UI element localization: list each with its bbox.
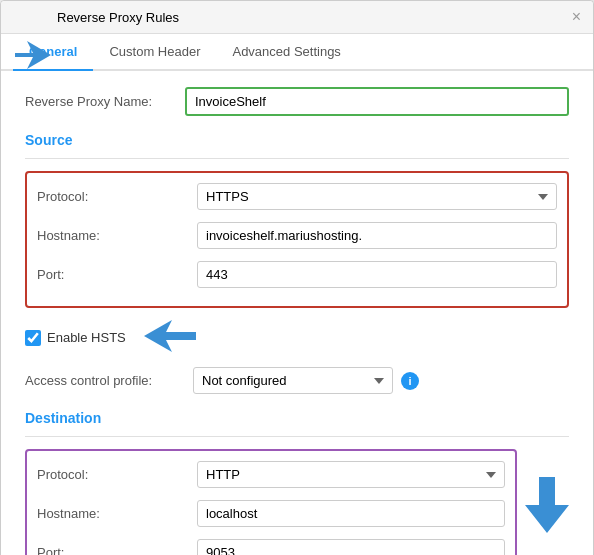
dest-port-input[interactable] [197,539,505,555]
dialog-titlebar: Reverse Proxy Rules × [1,1,593,34]
dest-hostname-input[interactable] [197,500,505,527]
dialog-body: Reverse Proxy Name: Source Protocol: HTT… [1,71,593,555]
svg-marker-1 [144,320,196,352]
source-port-row: Port: [37,261,557,288]
reverse-proxy-dialog: Reverse Proxy Rules × General Custom Hea… [0,0,594,555]
access-control-label: Access control profile: [25,373,185,388]
dest-port-row: Port: [37,539,505,555]
dialog-title: Reverse Proxy Rules [13,10,179,25]
hsts-arrow-icon [144,320,196,355]
dest-group: Protocol: HTTP HTTPS Hostname: Port: [25,449,517,555]
dest-protocol-label: Protocol: [37,467,197,482]
source-protocol-row: Protocol: HTTPS HTTP [37,183,557,210]
source-group: Protocol: HTTPS HTTP Hostname: Port: [25,171,569,308]
proxy-name-label: Reverse Proxy Name: [25,94,185,109]
proxy-name-row: Reverse Proxy Name: [25,87,569,116]
tab-custom-header[interactable]: Custom Header [93,34,216,71]
svg-marker-0 [15,41,51,69]
dest-hostname-row: Hostname: [37,500,505,527]
source-protocol-select[interactable]: HTTPS HTTP [197,183,557,210]
access-control-row: Access control profile: Not configured i [25,367,569,394]
source-divider [25,158,569,159]
enable-hsts-checkbox[interactable] [25,330,41,346]
destination-divider [25,436,569,437]
source-hostname-label: Hostname: [37,228,197,243]
dest-protocol-row: Protocol: HTTP HTTPS [37,461,505,488]
dest-hostname-label: Hostname: [37,506,197,521]
close-button[interactable]: × [572,9,581,25]
source-hostname-input[interactable] [197,222,557,249]
tabs-bar: General Custom Header Advanced Settings [1,34,593,71]
dest-protocol-select[interactable]: HTTP HTTPS [197,461,505,488]
source-hostname-row: Hostname: [37,222,557,249]
dest-port-label: Port: [37,545,197,555]
dest-arrow-down-icon [525,449,569,536]
source-port-input[interactable] [197,261,557,288]
proxy-name-input[interactable] [185,87,569,116]
source-section-title: Source [25,132,569,148]
top-arrow-icon [15,41,51,72]
source-port-label: Port: [37,267,197,282]
source-protocol-label: Protocol: [37,189,197,204]
access-control-select[interactable]: Not configured [193,367,393,394]
enable-hsts-row: Enable HSTS [25,330,126,346]
destination-section-title: Destination [25,410,569,426]
access-control-info-icon[interactable]: i [401,372,419,390]
tab-advanced-settings[interactable]: Advanced Settings [216,34,356,71]
enable-hsts-label: Enable HSTS [47,330,126,345]
svg-marker-2 [525,477,569,533]
